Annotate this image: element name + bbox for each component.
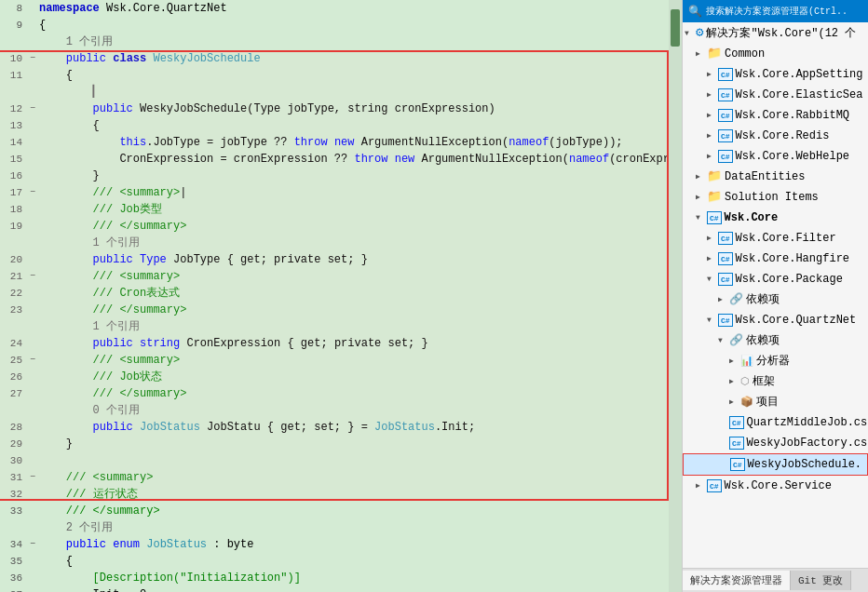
gutter-cell[interactable] bbox=[26, 503, 39, 519]
tree-arrow: ▶ bbox=[729, 393, 740, 411]
gutter-cell[interactable] bbox=[26, 570, 39, 586]
tree-item-weskyjobfact[interactable]: C#WeskyJobFactory.cs bbox=[683, 433, 868, 453]
tree-item-deps2[interactable]: ▼🔗依赖项 bbox=[683, 330, 868, 351]
token: (jobType)); bbox=[549, 136, 622, 149]
gutter-cell[interactable] bbox=[26, 134, 39, 151]
tree-item-framework[interactable]: ▶⬡框架 bbox=[683, 371, 868, 392]
gutter-cell[interactable] bbox=[26, 235, 39, 251]
token bbox=[39, 471, 66, 484]
tree-item-icon: ⬡ bbox=[740, 372, 750, 391]
tree-item-quartzmidjob[interactable]: C#QuartzMiddleJob.cs bbox=[683, 412, 868, 433]
gutter-cell[interactable] bbox=[26, 452, 39, 469]
line-number: 8 bbox=[0, 0, 26, 17]
gutter-cell[interactable] bbox=[26, 385, 39, 402]
gutter-cell[interactable] bbox=[26, 0, 39, 17]
gutter-cell[interactable] bbox=[26, 402, 39, 419]
tree-item-webhelpe[interactable]: ▶C#Wsk.Core.WebHelpe bbox=[683, 146, 868, 167]
tree-item-elasticsea[interactable]: ▶C#Wsk.Core.ElasticSea bbox=[683, 85, 868, 105]
gutter-cell[interactable] bbox=[26, 486, 39, 503]
gutter-cell[interactable]: − bbox=[26, 184, 39, 201]
se-tab-se[interactable]: 解决方案资源管理器 bbox=[683, 571, 791, 590]
tree-item-wskcore[interactable]: ▼C#Wsk.Core bbox=[683, 208, 868, 228]
tree-item-dataentities[interactable]: ▶📁DataEntities bbox=[683, 167, 868, 187]
scrollbar-thumb[interactable] bbox=[671, 9, 680, 47]
gutter-cell[interactable] bbox=[26, 168, 39, 184]
gutter-cell[interactable] bbox=[26, 201, 39, 218]
gutter-cell[interactable]: − bbox=[26, 101, 39, 117]
line-number: 20 bbox=[0, 251, 26, 268]
token: JobStatus bbox=[374, 421, 435, 434]
gutter-cell[interactable] bbox=[26, 586, 39, 592]
tree-item-solutionitems[interactable]: ▶📁Solution Items bbox=[683, 187, 868, 208]
tree-item-package[interactable]: ▼C#Wsk.Core.Package bbox=[683, 269, 868, 289]
vertical-scrollbar[interactable] bbox=[669, 0, 682, 592]
code-line: 19 /// </summary> bbox=[0, 218, 669, 235]
token: public bbox=[93, 421, 140, 434]
token: /// Job状态 bbox=[93, 370, 162, 383]
tree-item-common[interactable]: ▶📁Common bbox=[683, 44, 868, 64]
tree-item-rabbitmc[interactable]: ▶C#Wsk.Core.RabbitMQ bbox=[683, 105, 868, 126]
tree-item-label: Wsk.Core.Filter bbox=[736, 229, 836, 248]
gutter-cell[interactable] bbox=[26, 436, 39, 452]
token bbox=[39, 572, 93, 585]
code-content: ▎ bbox=[39, 84, 669, 101]
gutter-cell[interactable] bbox=[26, 419, 39, 436]
token bbox=[39, 102, 93, 115]
gutter-cell[interactable]: − bbox=[26, 50, 39, 67]
tree-item-quartznet[interactable]: ▼C#Wsk.Core.QuartzNet bbox=[683, 310, 868, 330]
tree-item-redis[interactable]: ▶C#Wsk.Core.Redis bbox=[683, 126, 868, 146]
token: public bbox=[66, 52, 113, 65]
code-line: 34− public enum JobStatus : byte bbox=[0, 536, 669, 553]
gutter-cell[interactable] bbox=[26, 553, 39, 570]
gutter-cell[interactable] bbox=[26, 302, 39, 318]
gutter-cell[interactable]: − bbox=[26, 469, 39, 486]
tree-item-deps1[interactable]: ▶🔗依赖项 bbox=[683, 289, 868, 310]
tree-item-weskyjobsched[interactable]: C#WeskyJobSchedule. bbox=[683, 453, 868, 476]
gutter-cell[interactable] bbox=[26, 335, 39, 352]
tree-item-project[interactable]: ▶📦项目 bbox=[683, 392, 868, 412]
tree-item-solution[interactable]: ▼⚙解决方案"Wsk.Core"(12 个 bbox=[683, 22, 868, 44]
gutter-cell[interactable]: − bbox=[26, 352, 39, 369]
tree-item-label: Wsk.Core.AppSetting bbox=[736, 65, 863, 84]
gutter-cell[interactable] bbox=[26, 218, 39, 235]
code-line: 11 { bbox=[0, 67, 669, 84]
gutter-cell[interactable] bbox=[26, 318, 39, 335]
gutter-cell[interactable] bbox=[26, 251, 39, 268]
token: class bbox=[113, 52, 153, 65]
code-area: 8namespace Wsk.Core.QuartzNet9{ 1 个引用10−… bbox=[0, 0, 682, 592]
gutter-cell[interactable] bbox=[26, 34, 39, 50]
gutter-cell[interactable] bbox=[26, 369, 39, 385]
code-content: public string CronExpression { get; priv… bbox=[39, 335, 669, 352]
code-editor: 8namespace Wsk.Core.QuartzNet9{ 1 个引用10−… bbox=[0, 0, 682, 592]
tree-item-service[interactable]: ▶C#Wsk.Core.Service bbox=[683, 476, 868, 496]
token bbox=[39, 488, 66, 501]
gutter-cell[interactable] bbox=[26, 117, 39, 134]
token: CronExpression = cronExpression ?? bbox=[119, 153, 354, 166]
tree-item-filter[interactable]: ▶C#Wsk.Core.Filter bbox=[683, 228, 868, 249]
search-bar[interactable]: 🔍 搜索解决方案资源管理器(Ctrl.. bbox=[683, 0, 868, 22]
code-content: Init = 0, bbox=[39, 586, 669, 592]
gutter-cell[interactable] bbox=[26, 84, 39, 101]
tree-item-analyzer[interactable]: ▶📊分析器 bbox=[683, 351, 868, 371]
gutter-cell[interactable] bbox=[26, 17, 39, 34]
token: 2 个引用 bbox=[66, 521, 113, 534]
gutter-cell[interactable] bbox=[26, 285, 39, 302]
code-content: { bbox=[39, 553, 669, 570]
token bbox=[39, 220, 93, 233]
tree-item-label: Solution Items bbox=[725, 188, 819, 207]
gutter-cell[interactable] bbox=[26, 67, 39, 84]
line-number: 17 bbox=[0, 184, 26, 201]
gutter-cell[interactable]: − bbox=[26, 268, 39, 285]
line-number: 24 bbox=[0, 335, 26, 352]
code-content: public class WeskyJobSchedule bbox=[39, 50, 669, 67]
tree-item-appsetting[interactable]: ▶C#Wsk.Core.AppSetting bbox=[683, 64, 868, 85]
token bbox=[39, 136, 119, 149]
gutter-cell[interactable] bbox=[26, 519, 39, 536]
line-number: 37 bbox=[0, 586, 26, 592]
token: 1 个引用 bbox=[93, 236, 140, 249]
gutter-cell[interactable]: − bbox=[26, 536, 39, 553]
tree-item-hangfire[interactable]: ▶C#Wsk.Core.Hangfire bbox=[683, 249, 868, 269]
gutter-cell[interactable] bbox=[26, 151, 39, 168]
code-line: 20 public Type JobType { get; private se… bbox=[0, 251, 669, 268]
se-tab-git[interactable]: Git 更改 bbox=[791, 571, 851, 590]
